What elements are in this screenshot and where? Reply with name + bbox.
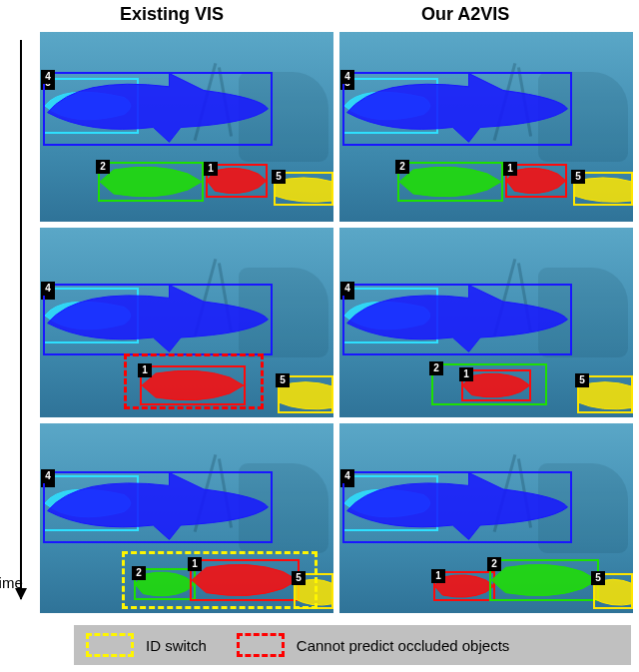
- bbox-blue: [342, 471, 572, 543]
- legend: ID switch Cannot predict occluded object…: [74, 625, 631, 665]
- highlight-occluded: [124, 353, 264, 409]
- legend-label-idswitch: ID switch: [146, 637, 207, 654]
- frame-panel-ours: 3 42 1 5: [339, 228, 633, 417]
- instance-id-tag: 2: [395, 160, 409, 174]
- instance-id-tag: 1: [204, 162, 218, 176]
- bbox-green: [489, 559, 599, 601]
- bbox-green: [397, 162, 503, 202]
- frame-row: 3 4 1 5 3 42 1 5: [40, 228, 633, 417]
- column-header-existing: Existing VIS: [120, 4, 224, 25]
- instance-id-tag: 2: [96, 160, 110, 174]
- instance-id-tag: 5: [575, 373, 589, 387]
- time-axis-label: Time: [0, 574, 23, 591]
- instance-id-tag: 4: [340, 70, 354, 84]
- figure-container: Existing VIS Our A2VIS Time 3 4 2 1 5 3 …: [0, 0, 639, 672]
- bbox-blue: [342, 284, 572, 355]
- instance-id-tag: 5: [272, 170, 286, 184]
- frame-panel-existing: 3 4 1 5: [40, 228, 333, 417]
- instance-id-tag: 4: [340, 282, 354, 296]
- instance-id-tag: 1: [431, 569, 445, 583]
- frame-panel-existing: 3 4 2 1 5: [40, 32, 333, 222]
- instance-id-tag: 1: [459, 367, 473, 381]
- frame-row: 3 4 2 1 5 3 4 1 2 5: [40, 423, 633, 613]
- legend-swatch-idswitch: [86, 633, 134, 657]
- frame-panel-existing: 3 4 2 1 5: [40, 423, 333, 613]
- bbox-blue: [43, 284, 273, 355]
- instance-id-tag: 5: [571, 170, 585, 184]
- instance-id-tag: 4: [41, 469, 55, 483]
- bbox-blue: [342, 72, 572, 146]
- legend-swatch-occluded: [237, 633, 285, 657]
- column-header-ours: Our A2VIS: [421, 4, 509, 25]
- instance-id-tag: 5: [276, 373, 290, 387]
- time-axis: [8, 40, 32, 599]
- instance-id-tag: 1: [503, 162, 517, 176]
- legend-label-occluded: Cannot predict occluded objects: [297, 637, 509, 654]
- bbox-green: [98, 162, 204, 202]
- instance-id-tag: 4: [340, 469, 354, 483]
- instance-id-tag: 2: [487, 557, 501, 571]
- frame-panel-ours: 3 4 2 1 5: [339, 32, 633, 222]
- highlight-idswitch: [122, 551, 318, 609]
- frame-panel-ours: 3 4 1 2 5: [339, 423, 633, 613]
- frame-grid: 3 4 2 1 5 3 4 2 1 5 3 4 1 5 3 42 1 5 3 4…: [40, 32, 633, 619]
- instance-id-tag: 4: [41, 282, 55, 296]
- bbox-blue: [43, 471, 273, 543]
- instance-id-tag: 2: [429, 361, 443, 375]
- time-arrow-icon: [20, 40, 22, 599]
- instance-id-tag: 4: [41, 70, 55, 84]
- instance-id-tag: 5: [591, 571, 605, 585]
- bbox-blue: [43, 72, 273, 146]
- frame-row: 3 4 2 1 5 3 4 2 1 5: [40, 32, 633, 222]
